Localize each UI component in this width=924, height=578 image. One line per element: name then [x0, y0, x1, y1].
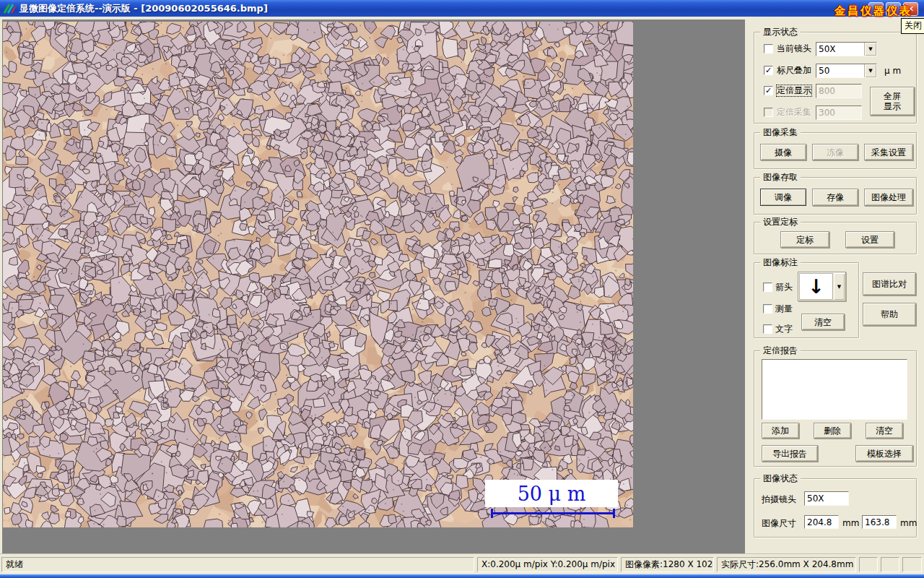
arrow-checkbox[interactable] [763, 282, 772, 292]
status-actual-size: 实际尺寸:256.0mm X 204.8mm [717, 557, 856, 572]
current-lens-value: 50X [816, 43, 864, 56]
scale-bar-label: 50 μ m [518, 483, 586, 505]
lens-field[interactable]: 50X [804, 491, 849, 506]
report-add-button[interactable]: 添加 [762, 423, 799, 439]
text-checkbox[interactable] [763, 324, 772, 334]
scale-overlay-label: 标尺叠加 [777, 65, 811, 76]
control-panel: 显示状态 当前镜头 50X ▼ ✓ 标尺叠加 50 ▼ μ m ✓ 定倍显示 8… [745, 20, 922, 553]
group-display-status: 显示状态 当前镜头 50X ▼ ✓ 标尺叠加 50 ▼ μ m ✓ 定倍显示 8… [754, 32, 917, 124]
taskbar-edge [0, 574, 924, 578]
size-label: 图像尺寸 [762, 517, 796, 530]
fixed-capture-field: 300 [816, 105, 862, 120]
status-ready: 就绪 [1, 557, 474, 572]
atlas-compare-button[interactable]: 图谱比对 [863, 272, 916, 296]
microscope-image-viewer[interactable]: 50 μ m [3, 22, 633, 527]
image-processing-button[interactable]: 图像处理 [864, 189, 913, 206]
chevron-down-icon[interactable]: ▼ [864, 43, 876, 56]
status-bar: 就绪 X:0.200μ m/pix Y:0.200μ m/pix 图像像素:12… [0, 553, 924, 574]
close-button[interactable]: ✕ [903, 2, 918, 16]
lens-label: 拍摄镜头 [762, 493, 796, 506]
group-capture: 图像采集 摄像 冻像 采集设置 [754, 132, 917, 169]
app-icon [3, 3, 16, 14]
group-calibration-title: 设置定标 [760, 217, 801, 227]
status-empty-1 [859, 557, 878, 572]
export-report-button[interactable]: 导出报告 [762, 445, 818, 462]
scale-bar-label-box: 50 μ m [485, 480, 618, 507]
settings-button[interactable]: 设置 [845, 231, 894, 248]
freeze-button: 冻像 [812, 144, 858, 160]
group-storage: 图像存取 调像 存像 图像处理 [754, 177, 917, 215]
fixed-capture-checkbox [764, 108, 773, 117]
fixed-display-field: 800 [816, 84, 862, 98]
load-image-button[interactable]: 调像 [760, 189, 806, 206]
check-icon: ✓ [765, 66, 772, 75]
title-bar: 显微图像定倍系统--演示版 - [20090602055646.bmp] _ ❐… [0, 0, 924, 17]
capture-button[interactable]: 摄像 [760, 144, 806, 160]
scale-overlay-value: 50 [816, 64, 864, 77]
annotation-clear-button[interactable]: 清空 [801, 314, 845, 330]
help-button[interactable]: 帮助 [863, 303, 916, 326]
arrow-style-combo[interactable]: ↓ ▼ [798, 272, 846, 301]
current-lens-label: 当前镜头 [777, 43, 811, 54]
report-clear-button[interactable]: 清空 [866, 423, 903, 439]
application-window: { "window": { "title": "显微图像定倍系统--演示版 - … [0, 0, 924, 578]
scale-overlay-checkbox[interactable]: ✓ [764, 66, 773, 75]
scale-overlay-combo[interactable]: 50 ▼ [816, 64, 877, 78]
measure-checkbox[interactable] [763, 304, 772, 314]
fixed-display-checkbox[interactable]: ✓ [764, 86, 773, 95]
height-unit-label: mm [900, 518, 917, 528]
capture-settings-button[interactable]: 采集设置 [864, 144, 913, 160]
scale-bar-line [491, 512, 615, 514]
template-select-button[interactable]: 模板选择 [855, 445, 913, 462]
group-image-status-title: 图像状态 [760, 473, 801, 483]
arrow-style-icon: ↓ [799, 273, 833, 300]
check-icon: ✓ [765, 86, 772, 95]
scale-bar-tick-right [613, 509, 615, 518]
group-display-status-title: 显示状态 [760, 27, 801, 37]
group-capture-title: 图像采集 [760, 127, 801, 137]
minimize-button[interactable]: _ [868, 2, 884, 16]
scale-unit-label: μ m [884, 66, 901, 76]
fixed-capture-label: 定倍采集 [777, 107, 811, 118]
arrow-label: 箭头 [775, 282, 793, 293]
report-listbox[interactable] [762, 359, 907, 420]
text-label: 文字 [775, 324, 793, 335]
current-lens-checkbox[interactable] [764, 44, 773, 53]
chevron-down-icon[interactable]: ▼ [834, 273, 845, 300]
window-title: 显微图像定倍系统--演示版 - [20090602055646.bmp] [19, 2, 268, 15]
microscope-image[interactable] [3, 22, 633, 527]
current-lens-combo[interactable]: 50X ▼ [816, 42, 877, 56]
fullscreen-button[interactable]: 全屏 显示 [870, 87, 915, 116]
fullscreen-button-line2: 显示 [884, 101, 901, 111]
measure-label: 测量 [775, 303, 793, 314]
report-delete-button[interactable]: 删除 [814, 423, 851, 439]
status-image-pixels: 图像像素:1280 X 1024 [621, 557, 714, 572]
status-pixel-scale: X:0.200μ m/pix Y:0.200μ m/pix [477, 557, 618, 572]
group-report: 定倍报告 添加 删除 清空 导出报告 模板选择 [754, 350, 917, 467]
group-calibration: 设置定标 定标 设置 [754, 222, 917, 254]
group-image-status: 图像状态 拍摄镜头 50X 图像尺寸 204.8 mm 163.8 mm [754, 478, 917, 538]
image-height-field[interactable]: 163.8 [862, 515, 897, 529]
image-width-field[interactable]: 204.8 [804, 515, 839, 529]
group-annotation-title: 图像标注 [760, 257, 801, 267]
save-image-button[interactable]: 存像 [812, 189, 858, 206]
group-report-title: 定倍报告 [760, 345, 801, 355]
width-unit-label: mm [842, 518, 859, 528]
window-controls: _ ❐ ✕ [868, 2, 918, 16]
status-empty-3 [902, 557, 922, 572]
fullscreen-button-line1: 全屏 [884, 91, 901, 101]
scale-bar-tick-left [491, 509, 493, 518]
mdi-client-area: 50 μ m [2, 20, 745, 553]
group-storage-title: 图像存取 [760, 172, 801, 182]
restore-button[interactable]: ❐ [886, 2, 901, 16]
calibrate-button[interactable]: 定标 [780, 231, 829, 248]
fixed-display-label: 定倍显示 [777, 85, 811, 96]
close-tooltip: 关闭 [901, 18, 924, 34]
group-annotation: 图像标注 箭头 测量 文字 ↓ ▼ 清空 [754, 262, 859, 338]
status-empty-2 [881, 557, 899, 572]
chevron-down-icon[interactable]: ▼ [864, 64, 876, 77]
